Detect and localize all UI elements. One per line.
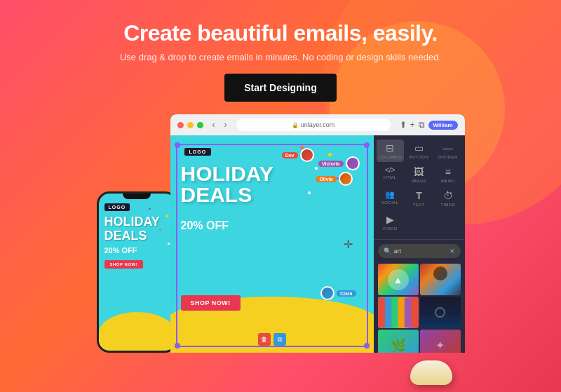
- timer-icon: ⏱: [443, 190, 453, 201]
- traffic-light-red[interactable]: [177, 122, 184, 128]
- divider-icon: —: [443, 142, 453, 154]
- divider-label: DIVIDER: [438, 155, 458, 159]
- toolbar-divider[interactable]: — DIVIDER: [434, 140, 461, 162]
- collaborator-clara: Clara: [320, 286, 356, 300]
- phone-notch: [123, 194, 151, 199]
- canvas-logo: LOGO: [184, 148, 212, 156]
- user-badge: William: [428, 121, 458, 130]
- collaborator-olivia-tag: Olivia: [316, 176, 336, 182]
- confetti-dot: [165, 215, 168, 217]
- text-icon: T: [416, 190, 422, 201]
- hero-section: Create beautiful emails, easily. Use dra…: [0, 0, 561, 102]
- canvas-delete-button[interactable]: 🗑: [258, 333, 271, 346]
- toolbar-button[interactable]: ▭ BUTTON: [405, 140, 433, 162]
- confetti-dot: [149, 208, 151, 210]
- browser-titlebar: ‹ › 🔒 unlayer.com ⬆ + ⧉ William: [170, 114, 465, 135]
- browser-window: ‹ › 🔒 unlayer.com ⬆ + ⧉ William: [170, 114, 465, 353]
- canvas-copy-button[interactable]: ⧉: [273, 333, 286, 346]
- toolbar-icons-grid: ⊟ COLUMNS ▭ BUTTON — DIVIDER </> HTML: [374, 135, 465, 238]
- toolbar-menu[interactable]: ≡ MENU: [434, 163, 461, 186]
- toolbar-html[interactable]: </> HTML: [377, 163, 404, 186]
- toolbar-image[interactable]: 🖼 IMAGE: [405, 163, 433, 186]
- image-cell-2[interactable]: [420, 264, 461, 295]
- resize-handle-bl[interactable]: [175, 343, 180, 349]
- confetti-dot: [315, 167, 318, 170]
- demo-area: LOGO HOLIDAYDEALS 20% OFF SHOP NOW! ‹ › …: [0, 114, 561, 353]
- collaborator-dev-tag: Dev: [282, 152, 298, 158]
- phone-headline: HOLIDAYDEALS: [104, 215, 160, 243]
- search-bar[interactable]: 🔍 ✕: [378, 244, 461, 258]
- confetti-dot: [168, 243, 170, 245]
- columns-label: COLUMNS: [378, 155, 402, 159]
- collaborator-victoria: Victoria: [318, 156, 360, 170]
- menu-label: MENU: [441, 179, 455, 183]
- start-designing-button[interactable]: Start Designing: [224, 74, 336, 102]
- toolbar-separator: [374, 239, 465, 240]
- phone-discount: 20% OFF: [104, 246, 137, 255]
- browser-actions: ⬆ + ⧉: [400, 120, 425, 130]
- confetti-dot: [308, 191, 311, 194]
- html-icon: </>: [385, 166, 395, 174]
- resize-handle-tl[interactable]: [175, 142, 180, 148]
- browser-url: unlayer.com: [301, 121, 335, 128]
- mouse-shape: [410, 360, 452, 385]
- image-grid: ▲: [374, 261, 465, 353]
- browser-url-bar: 🔒 unlayer.com: [236, 119, 391, 131]
- hero-title: Create beautiful emails, easily.: [0, 20, 561, 46]
- duplicate-icon[interactable]: ⧉: [419, 120, 425, 130]
- button-icon: ▭: [414, 142, 424, 154]
- collaborator-dev: Dev: [282, 148, 314, 162]
- browser-back-button[interactable]: ‹: [212, 120, 215, 130]
- video-icon: ▶: [386, 214, 394, 225]
- lock-icon: 🔒: [292, 122, 299, 128]
- collaborator-olivia-avatar: [339, 172, 353, 186]
- menu-icon: ≡: [445, 166, 451, 177]
- image-cell-4[interactable]: [420, 297, 461, 328]
- toolbar-text[interactable]: T TEXT: [405, 187, 433, 210]
- canvas-bottom-actions: 🗑 ⧉: [258, 333, 286, 346]
- collaborator-victoria-tag: Victoria: [318, 161, 344, 167]
- toolbar-social[interactable]: 👥 SOCIAL: [377, 187, 404, 210]
- share-icon[interactable]: ⬆: [400, 120, 407, 130]
- email-canvas[interactable]: LOGO HOLIDAY DEALS 20% OFF SHOP NOW!: [170, 135, 374, 353]
- resize-handle-br[interactable]: [364, 343, 370, 349]
- toolbar-panel: ⊟ COLUMNS ▭ BUTTON — DIVIDER </> HTML: [374, 135, 465, 353]
- phone-logo: LOGO: [104, 203, 130, 211]
- traffic-light-yellow[interactable]: [187, 122, 194, 128]
- columns-icon: ⊟: [386, 142, 394, 154]
- collaborator-victoria-avatar: [346, 156, 360, 170]
- text-label: TEXT: [413, 203, 425, 207]
- search-input[interactable]: [394, 248, 447, 255]
- browser-content: LOGO HOLIDAY DEALS 20% OFF SHOP NOW!: [170, 135, 465, 353]
- move-cursor-icon: ✛: [344, 238, 353, 251]
- canvas-headline-line2: DEALS: [181, 184, 273, 205]
- traffic-light-green[interactable]: [197, 122, 203, 128]
- image-cell-6[interactable]: ✦: [420, 330, 461, 353]
- canvas-discount: 20% OFF: [181, 219, 229, 232]
- search-clear-icon[interactable]: ✕: [450, 248, 455, 255]
- image-cell-3[interactable]: [378, 297, 419, 328]
- image-label: IMAGE: [412, 179, 427, 183]
- html-label: HTML: [384, 175, 396, 180]
- canvas-shop-button[interactable]: SHOP NOW!: [181, 295, 241, 311]
- hero-subtitle: Use drag & drop to create emails in minu…: [0, 52, 561, 62]
- phone-wave: [99, 312, 175, 351]
- search-icon: 🔍: [384, 248, 391, 255]
- mouse-device: [410, 360, 452, 385]
- image-icon: 🖼: [414, 166, 424, 177]
- phone-shop-button: SHOP NOW!: [104, 260, 144, 269]
- add-tab-icon[interactable]: +: [410, 120, 415, 130]
- collaborator-olivia: Olivia: [316, 172, 352, 186]
- toolbar-timer[interactable]: ⏱ TIMER: [434, 187, 461, 210]
- resize-handle-tr[interactable]: [364, 142, 370, 148]
- social-label: SOCIAL: [381, 201, 399, 205]
- collaborator-clara-tag: Clara: [337, 290, 356, 297]
- toolbar-video[interactable]: ▶ VIDEO: [377, 211, 404, 234]
- browser-forward-button[interactable]: ›: [224, 120, 227, 130]
- image-cell-1[interactable]: ▲: [378, 264, 419, 295]
- timer-label: TIMER: [440, 203, 455, 207]
- toolbar-columns[interactable]: ⊟ COLUMNS: [377, 140, 404, 162]
- image-cell-5[interactable]: 🌿: [378, 330, 419, 353]
- collaborator-clara-avatar: [320, 286, 334, 300]
- video-label: VIDEO: [383, 227, 398, 231]
